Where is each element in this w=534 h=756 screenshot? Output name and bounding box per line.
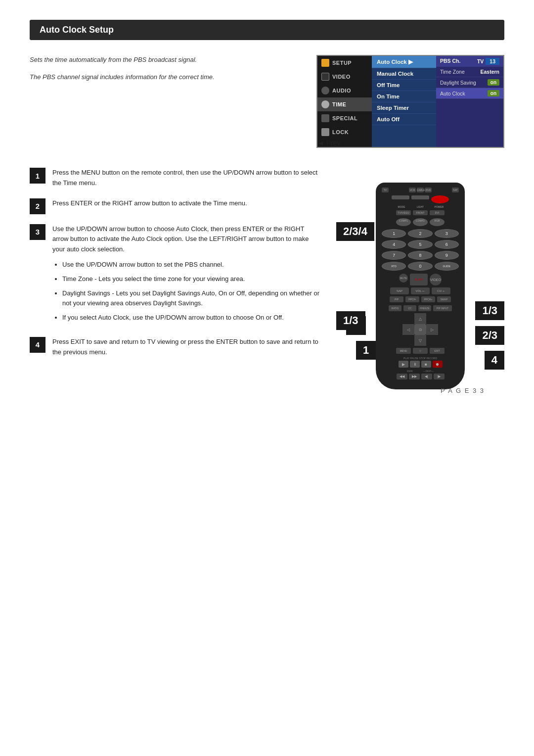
menu-item-special: SPECIAL [317, 111, 372, 125]
bullet-3: Daylight Savings - Lets you set Daylight… [62, 288, 321, 309]
sap-button: SAP [390, 287, 409, 294]
menu-center-autoclock: Auto Clock ▶ [372, 56, 436, 68]
ppch-minus: PPCH- [405, 296, 419, 302]
menu-item-video: VIDEO [317, 70, 372, 84]
ratio-button: RATIO [389, 305, 401, 311]
tv-badge: TV 13 [477, 58, 499, 65]
step-1-number: 1 [30, 168, 45, 184]
menu-center-autooff: Auto Off [372, 114, 436, 125]
num-6: 6 [435, 240, 459, 249]
dvi-button: DVI [430, 210, 445, 215]
remote-source-row: TV VCR CABLE DVD SAT [382, 188, 459, 192]
menu-right-header: PBS Ch. TV 13 [436, 56, 503, 67]
mute-row: MUTE SURF VIDEO [382, 274, 459, 285]
freeze-button: FREEZE [418, 305, 431, 311]
menu-center-sleeptimer: Sleep Timer [372, 102, 436, 114]
step-2-text: Press ENTER or the RIGHT arrow button to… [52, 198, 247, 209]
num-3: 3 [435, 229, 459, 238]
callout-4: 4 [485, 351, 504, 370]
nav-row: MENU ▽ EXIT [382, 348, 459, 354]
step-2: 2 Press ENTER or the RIGHT arrow button … [30, 198, 321, 214]
step-3-number: 3 [30, 224, 45, 240]
surf-button: SURF [410, 274, 428, 285]
cc-button: CC [403, 305, 416, 311]
description-para1: Sets the time automatically from the PBS… [30, 55, 302, 65]
stop-button: ■ [421, 361, 431, 368]
num-2: 2 [408, 229, 432, 238]
dpad-down: ▽ [414, 335, 426, 346]
comp2-button: COMP2 [413, 218, 428, 226]
dpad-enter: ⊙ [414, 324, 426, 335]
num-guide: GUIDE [435, 262, 459, 271]
mode-light-power-row [382, 195, 459, 203]
skip-fwd-button: |▶ [434, 374, 445, 379]
rgb-button: RGB [430, 218, 445, 226]
step-3-text: Use the UP/DOWN arrow button to choose A… [52, 224, 321, 255]
daylightsaving-value: on [488, 79, 499, 86]
light-button [411, 195, 429, 199]
menu-center-ontime: On Time [372, 91, 436, 102]
input-row: TV/VIDEO FRONT DVI [382, 210, 459, 215]
transport-label: PLAY PAUSE STOP RECORD [382, 357, 459, 360]
daylightsaving-label: Daylight Saving [440, 80, 476, 86]
autoclock-row: Auto Clock on [436, 88, 503, 99]
time-icon [321, 100, 329, 108]
bottom-func-row: RATIO CC FREEZE PIP INPUT [382, 305, 459, 311]
step-4: 4 Press EXIT to save and return to TV vi… [30, 337, 321, 358]
dpad-left: ◁ [402, 324, 414, 335]
num-9: 9 [435, 251, 459, 260]
dpad: △ ◁ ⊙ ▷ ▽ [402, 313, 438, 346]
setup-icon [321, 59, 329, 67]
num-4: 4 [382, 240, 406, 249]
lock-icon [321, 128, 329, 136]
pause-button: ⏸ [410, 361, 420, 368]
tvvideo-button: TV/VIDEO [396, 210, 411, 215]
remote-body: TV VCR CABLE DVD SAT MODE LIGHT [376, 183, 465, 389]
menu-center-panel: Auto Clock ▶ Manual Clock Off Time On Ti… [372, 56, 436, 147]
pbs-label: PBS Ch. [440, 58, 460, 65]
bullet-2: Time Zone - Lets you select the time zon… [62, 274, 321, 284]
page-number: P A G E 3 3 [441, 387, 485, 394]
pip-button: PIP [390, 296, 403, 302]
comp-row: COMP1 COMP2 RGB [382, 218, 459, 226]
tv-menu-mockup: SETUP VIDEO AUDIO TIME [316, 55, 504, 148]
swap-button: SWAP [437, 296, 451, 302]
numpad: 1 2 3 4 5 6 7 8 9 RTD 0 GUIDE [382, 229, 459, 271]
num-rtd: RTD [382, 262, 406, 271]
callout-234: 2/3/4 [336, 222, 374, 241]
skip-back-button: ◀| [421, 374, 432, 379]
num-7: 7 [382, 251, 406, 260]
num-8: 8 [408, 251, 432, 260]
seek-row: ◀◀ ▶▶ ◀| |▶ [382, 374, 459, 379]
comp1-button: COMP1 [396, 218, 411, 226]
autoclock-value: on [488, 90, 499, 96]
mode-button [392, 195, 409, 199]
daylightsaving-row: Daylight Saving on [436, 77, 503, 88]
step-3: 3 Use the UP/DOWN arrow button to choose… [30, 224, 321, 327]
dvd-button: DVD [425, 188, 432, 192]
menu-item-lock: LOCK [317, 125, 372, 139]
num-0: 0 [408, 262, 432, 271]
tv-button: TV [382, 188, 389, 192]
callout-1: 1 [356, 341, 376, 360]
play-button: ▶ [399, 361, 408, 368]
rew-button: ◀◀ [397, 374, 407, 379]
ffwd-button: ▶▶ [409, 374, 420, 379]
dpad-right: ▷ [426, 324, 438, 335]
description-para2: The PBS channel signal includes informat… [30, 72, 302, 83]
step-4-text: Press EXIT to save and return to TV view… [52, 337, 321, 358]
step-4-number: 4 [30, 337, 45, 353]
menu-left-panel: SETUP VIDEO AUDIO TIME [317, 56, 372, 147]
section-title: Auto Clock Setup [30, 20, 504, 40]
front-button: FRONT [413, 210, 428, 215]
menu-button: MENU [396, 348, 411, 354]
sat-button: SAT [452, 188, 459, 192]
menu-center-offtime: Off Time [372, 80, 436, 91]
step-1-text: Press the MENU button on the remote cont… [52, 168, 321, 189]
ppch-plus: PPCH+ [421, 296, 435, 302]
bullet-4: If you select Auto Clock, use the UP/DOW… [62, 313, 321, 323]
mute-button: MUTE [399, 274, 408, 283]
vol-ch-row: SAP VOL +- CH +- [382, 287, 459, 294]
step-1: 1 Press the MENU button on the remote co… [30, 168, 321, 189]
prev-label: ◄ Prev. [317, 139, 372, 147]
